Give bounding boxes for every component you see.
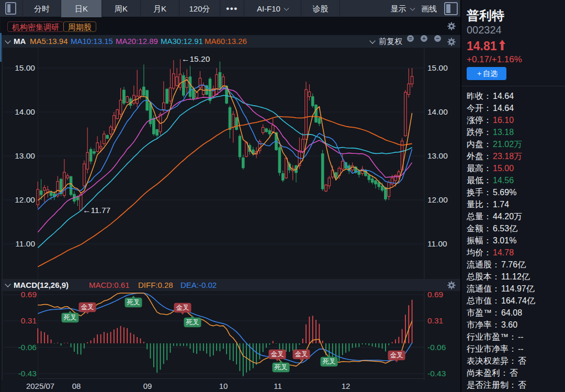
svg-text:-0.43: -0.43	[18, 369, 37, 378]
svg-text:死叉: 死叉	[323, 358, 336, 365]
svg-text:←11.77: ←11.77	[83, 206, 110, 215]
svg-text:死叉: 死叉	[127, 299, 140, 306]
svg-text:金叉: 金叉	[390, 352, 403, 359]
svg-text:死叉: 死叉	[275, 364, 288, 371]
svg-text:0.31: 0.31	[427, 316, 443, 325]
svg-text:金叉: 金叉	[271, 351, 284, 358]
svg-text:0.69: 0.69	[427, 291, 443, 299]
svg-text:15.00: 15.00	[15, 63, 35, 72]
svg-text:14.00: 14.00	[15, 107, 35, 116]
svg-text:11.00: 11.00	[427, 239, 447, 248]
svg-text:-0.43: -0.43	[427, 369, 446, 378]
svg-text:-0.06: -0.06	[427, 343, 446, 352]
svg-text:13.00: 13.00	[427, 151, 448, 160]
svg-text:11.00: 11.00	[15, 239, 35, 248]
svg-text:14.00: 14.00	[427, 107, 448, 116]
svg-text:死叉: 死叉	[64, 314, 77, 321]
svg-text:0.69: 0.69	[21, 291, 37, 299]
svg-text:-0.06: -0.06	[18, 343, 37, 352]
svg-text:12.00: 12.00	[15, 195, 35, 204]
svg-text:←15.20: ←15.20	[182, 54, 210, 63]
svg-text:死叉: 死叉	[186, 319, 199, 326]
svg-text:金叉: 金叉	[176, 304, 189, 311]
svg-text:12.00: 12.00	[427, 195, 448, 204]
svg-text:0.31: 0.31	[21, 316, 37, 325]
svg-text:金叉: 金叉	[295, 351, 308, 358]
svg-text:15.00: 15.00	[427, 63, 448, 72]
svg-text:13.00: 13.00	[15, 151, 35, 160]
svg-text:金叉: 金叉	[81, 304, 94, 311]
